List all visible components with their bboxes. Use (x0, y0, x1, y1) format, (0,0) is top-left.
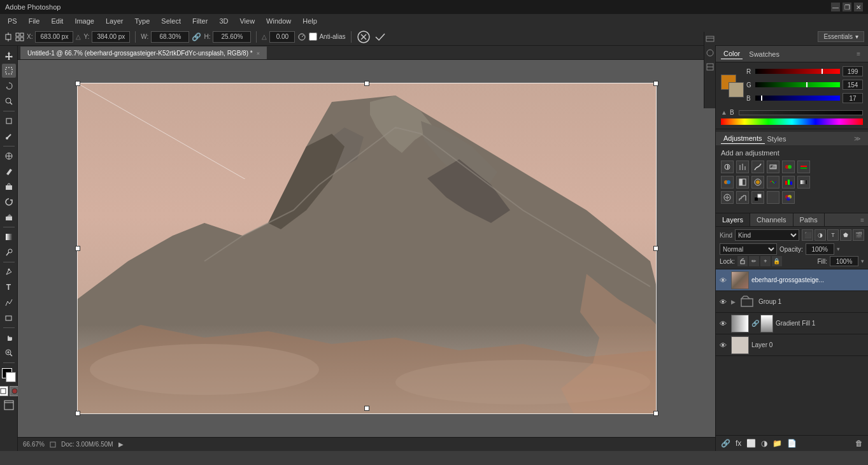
r-bar[interactable] (755, 69, 840, 74)
restore-button[interactable]: ❐ (843, 3, 851, 11)
colorlookup-adj[interactable] (782, 176, 795, 189)
smart-filter[interactable]: 🎬 (853, 229, 864, 241)
type-filter[interactable]: T (827, 229, 839, 241)
color-swatches[interactable] (2, 368, 16, 382)
colorbalance-adj[interactable] (721, 176, 734, 189)
clone-stamp-tool[interactable] (2, 180, 16, 194)
menu-item-file[interactable]: File (24, 16, 45, 26)
vibrance-adj[interactable] (782, 161, 795, 173)
menu-item-type[interactable]: Type (130, 16, 155, 26)
menu-item-image[interactable]: Image (69, 16, 99, 26)
add-mask-button[interactable]: ⬜ (745, 438, 757, 449)
lock-all[interactable]: 🔒 (772, 256, 782, 266)
antialias-checkbox[interactable]: Anti-alias (309, 32, 345, 41)
link-layers-button[interactable]: 🔗 (720, 438, 732, 449)
menu-item-3d[interactable]: 3D (214, 16, 233, 26)
rectangular-marquee-tool[interactable] (2, 64, 16, 78)
eyedropper-tool[interactable] (2, 129, 16, 143)
zoom-tool[interactable] (2, 346, 16, 360)
shape-tool[interactable] (2, 311, 16, 325)
fill-arrow[interactable]: ▾ (861, 258, 864, 264)
path-selection-tool[interactable] (2, 296, 16, 310)
photofilter-adj[interactable] (751, 176, 764, 189)
minimize-button[interactable]: — (831, 3, 840, 11)
history-brush-tool[interactable] (2, 195, 16, 209)
w-input[interactable] (151, 31, 189, 43)
adjustment-filter[interactable]: ◑ (815, 229, 826, 241)
close-button[interactable]: ✕ (854, 3, 863, 11)
menu-item-edit[interactable]: Edit (46, 16, 68, 26)
lock-pixels[interactable] (737, 256, 748, 266)
color-spectrum-bar[interactable] (721, 118, 863, 125)
fill-input[interactable] (830, 256, 858, 266)
g-value[interactable] (843, 80, 863, 90)
dodge-tool[interactable] (2, 245, 16, 259)
tab-color[interactable]: Color (721, 48, 743, 59)
tab-styles[interactable]: Styles (765, 134, 789, 144)
shape-filter[interactable]: ⬟ (840, 229, 851, 241)
x-input[interactable] (35, 31, 73, 43)
brush-tool[interactable] (2, 164, 16, 178)
opacity-input[interactable] (806, 243, 834, 255)
levels-adj[interactable] (736, 161, 749, 173)
visibility-icon-gradient[interactable]: 👁 (720, 320, 729, 327)
kind-select[interactable]: Kind (735, 229, 799, 241)
move-tool[interactable] (2, 48, 16, 62)
layer-item-group1[interactable]: 👁 ▶ Group 1 (716, 291, 868, 313)
type-tool[interactable]: T (2, 280, 16, 294)
background-color[interactable] (6, 372, 16, 382)
opacity-arrow[interactable]: ▾ (837, 246, 840, 252)
menu-item-select[interactable]: Select (156, 16, 186, 26)
status-arrow[interactable]: ▶ (118, 441, 124, 448)
document-tab[interactable]: Untitled-1 @ 66.7% (eberhard-grossgastei… (20, 46, 267, 59)
b-bar[interactable] (755, 96, 840, 101)
healing-brush-tool[interactable] (2, 149, 16, 163)
r-slider-handle[interactable] (822, 69, 823, 74)
g-slider-handle[interactable] (806, 82, 808, 87)
new-group-button[interactable]: 📁 (771, 438, 783, 449)
tab-paths[interactable]: Paths (793, 213, 825, 226)
posterize-adj[interactable] (736, 191, 749, 204)
layer-item-gradient[interactable]: 👁 🔗 Gradient Fill 1 (716, 313, 868, 334)
screen-mode-button[interactable] (4, 400, 14, 411)
lock-artboard[interactable]: + (760, 256, 771, 266)
solidcolor-adj[interactable] (767, 191, 779, 204)
confirm-icon[interactable] (373, 30, 387, 44)
b-slider-handle[interactable] (761, 96, 762, 101)
essentials-button[interactable]: Essentials ▾ (818, 31, 864, 42)
background-swatch[interactable] (729, 82, 744, 97)
menu-item-filter[interactable]: Filter (187, 16, 213, 26)
g-bar[interactable] (755, 82, 840, 87)
color-panel-collapse[interactable]: ≡ (854, 50, 863, 57)
visibility-icon-main[interactable]: 👁 (720, 276, 729, 284)
channelmix-adj[interactable] (767, 176, 779, 189)
hand-tool[interactable] (2, 331, 16, 345)
menu-item-window[interactable]: Window (261, 16, 296, 26)
pixel-filter[interactable]: ⬛ (802, 229, 813, 241)
lasso-tool[interactable] (2, 79, 16, 93)
tab-close-button[interactable]: × (257, 50, 260, 57)
threshold-adj[interactable] (751, 191, 764, 204)
standard-mode[interactable] (0, 386, 8, 396)
tab-channels[interactable]: Channels (750, 213, 793, 226)
panel-icon-2[interactable] (706, 48, 715, 57)
invert-adj[interactable] (721, 191, 734, 204)
angle-input[interactable] (269, 31, 295, 43)
adj-panel-expand[interactable]: ≫ (851, 135, 863, 142)
lock-position[interactable]: ✏ (749, 256, 759, 266)
blackwhite-adj[interactable] (736, 176, 749, 189)
panel-icon-3[interactable] (706, 62, 715, 71)
tab-layers[interactable]: Layers (716, 213, 750, 226)
menu-item-layer[interactable]: Layer (101, 16, 129, 26)
layer-item-main[interactable]: 👁 eberhard-grossgasteige... (716, 269, 868, 291)
hsl-adj[interactable] (797, 161, 810, 173)
new-adjustment-button[interactable]: ◑ (760, 438, 769, 449)
visibility-icon-layer0[interactable]: 👁 (720, 341, 729, 349)
r-value[interactable] (843, 66, 863, 76)
menu-item-help[interactable]: Help (297, 16, 322, 26)
eraser-tool[interactable] (2, 210, 16, 224)
tab-adjustments[interactable]: Adjustments (721, 133, 765, 144)
gradient-tool[interactable] (2, 230, 16, 244)
alpha-bar[interactable] (739, 110, 863, 115)
visibility-icon-group1[interactable]: 👁 (720, 298, 729, 306)
